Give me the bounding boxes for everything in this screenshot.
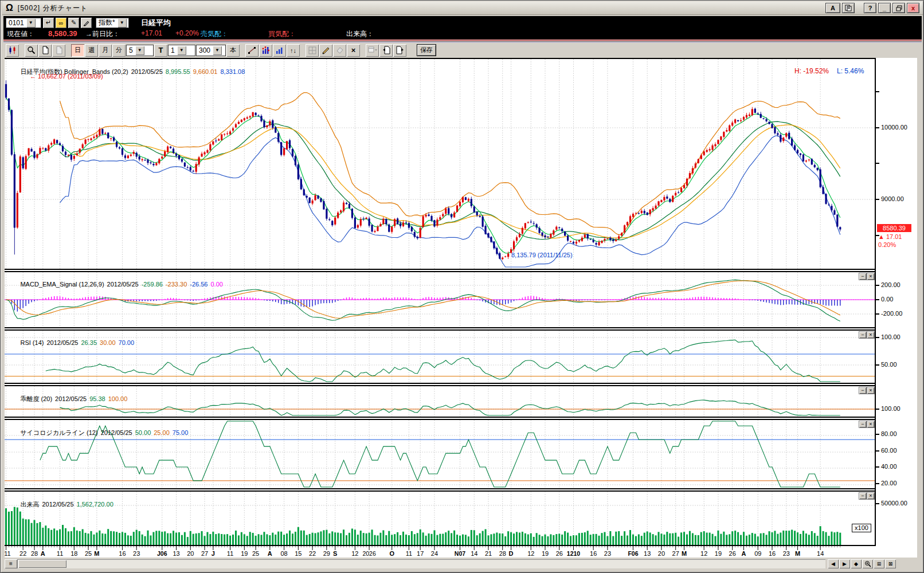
scroll-right-button[interactable]: ▶ [839, 559, 850, 568]
period-minute-button[interactable]: 分 [112, 44, 126, 57]
indicator-blue-button[interactable] [273, 44, 286, 57]
chevron-down-icon[interactable]: ▼ [177, 46, 186, 55]
pencil-icon [322, 46, 330, 54]
bar-chart-red-icon [261, 46, 270, 54]
period-daily-button[interactable]: 日 [71, 44, 84, 57]
indicator-red-button[interactable] [259, 44, 272, 57]
psy-panel-close-button[interactable]: × [867, 421, 875, 428]
price-panel[interactable]: 日経平均(指数) Bollinger_Bands (20,2)2012/05/2… [5, 58, 875, 270]
y-axis-label: 80.00 [881, 430, 897, 437]
vol-panel-minimize-button[interactable]: − [859, 492, 867, 500]
x-axis-label: 23 [133, 550, 140, 557]
symbol-code-input[interactable]: 0101▼ [6, 18, 41, 28]
x-axis-label: A [268, 550, 272, 557]
period-weekly-button[interactable]: 週 [85, 44, 98, 57]
x-axis-label: M [682, 550, 687, 557]
scroll-left-button[interactable]: ◀ [828, 559, 839, 568]
close-button[interactable]: x [907, 3, 919, 13]
volume-panel[interactable]: 出来高2012/05/251,562,720.00 x100 [5, 490, 875, 546]
bars-combo[interactable]: 300▼ [196, 45, 226, 56]
grid-layout-button[interactable] [306, 44, 319, 57]
current-price-label: 現在値： [7, 29, 34, 39]
scrollbar-thumb[interactable] [18, 560, 66, 568]
sort-updown-button[interactable]: ↑↓ [287, 44, 300, 57]
grid-expand-button[interactable]: ⊞ [874, 559, 884, 568]
page-forward-button[interactable] [393, 44, 406, 57]
chevron-down-icon[interactable]: ▼ [118, 18, 127, 28]
draw-pencil-button[interactable] [319, 44, 332, 57]
psychological-panel-label: サイコロジカルライン (12)2012/05/2550.0025.0075.00 [6, 422, 191, 444]
psy-panel-minimize-button[interactable]: − [859, 421, 867, 428]
page-back-button[interactable] [379, 44, 393, 57]
candlestick-chart-button[interactable] [6, 44, 19, 57]
type-select[interactable]: 指数*▼ [96, 18, 129, 28]
minimize-button[interactable]: _ [878, 3, 891, 13]
rsi-value: 26.35 [81, 339, 97, 346]
x-axis-label: 1210 [567, 550, 581, 557]
font-button[interactable]: A [825, 3, 840, 13]
binoculars-button[interactable]: ∞ [56, 18, 66, 28]
x-axis-label: 2026 [362, 550, 376, 557]
trendline-button[interactable] [245, 44, 259, 57]
chevron-down-icon[interactable]: ▼ [135, 46, 144, 55]
count-combo[interactable]: 1▼ [168, 45, 195, 56]
delete-drawing-button[interactable]: × [347, 44, 360, 57]
rsi-panel-minimize-button[interactable]: − [859, 331, 867, 339]
psychological-panel[interactable]: サイコロジカルライン (12)2012/05/2550.0025.0075.00 [5, 419, 875, 489]
horizontal-scrollbar[interactable] [17, 559, 825, 568]
macd-panel-close-button[interactable]: × [867, 273, 875, 280]
zoom-icon [27, 46, 36, 54]
latest-bar-button[interactable]: ◆ [851, 559, 862, 568]
kairido-panel[interactable]: 乖離度 (20)2012/05/2595.38100.00 [5, 385, 875, 418]
app-logo-icon: Ω [6, 3, 13, 13]
rsi-panel-close-button[interactable]: × [867, 331, 875, 339]
count-value: 1 [171, 46, 175, 54]
current-price-badge: 8580.39 [877, 224, 911, 232]
kairido-value: 95.38 [89, 395, 105, 402]
macd-panel[interactable]: MACD_EMA_Signal (12,26,9)2012/05/25-259.… [5, 271, 875, 328]
macd-value: -259.86 [142, 281, 163, 288]
brush-button[interactable] [81, 18, 92, 28]
zoom-button[interactable] [25, 44, 38, 57]
zoom-in-button[interactable] [862, 559, 873, 568]
vol-panel-close-button[interactable]: × [867, 492, 875, 500]
x-axis-label: 19 [241, 550, 248, 557]
indicator-name: RSI (14) [20, 339, 44, 346]
title-bar[interactable]: Ω [5002] 分析チャート A ? _ x [2, 2, 923, 15]
edit-button[interactable]: ✎ [68, 18, 79, 28]
window-select-button[interactable] [366, 44, 379, 57]
x-axis-label: 23 [604, 550, 611, 557]
y-axis-label: 0.00 [881, 296, 893, 303]
x-axis-label: 28 [31, 550, 38, 557]
indicator-date: 2012/05/25 [107, 281, 139, 288]
indicator-date: 2012/05/25 [131, 68, 163, 75]
text-tool-button[interactable]: T [154, 44, 167, 57]
rsi-panel[interactable]: RSI (14)2012/05/2526.3530.0070.00 [5, 329, 875, 384]
dev-panel-minimize-button[interactable]: − [859, 387, 867, 394]
grid-close-button[interactable]: ⊠ [885, 559, 896, 568]
enter-button[interactable]: ↵ [43, 18, 54, 28]
dev-panel-close-button[interactable]: × [867, 387, 875, 394]
interval-combo[interactable]: 5▼ [126, 45, 154, 56]
scroll-menu-button[interactable]: ≡ [5, 559, 17, 568]
eraser-button[interactable] [333, 44, 346, 57]
page-forward-icon [396, 46, 404, 54]
x-axis-label: 27 [672, 550, 679, 557]
unit-button[interactable]: 本 [226, 44, 240, 57]
copy-page-button[interactable] [52, 44, 65, 57]
help-button[interactable]: ? [864, 3, 876, 13]
chevron-down-icon[interactable]: ▼ [26, 18, 36, 28]
macd-panel-minimize-button[interactable]: − [859, 273, 867, 280]
period-monthly-button[interactable]: 月 [99, 44, 112, 57]
chevron-down-icon[interactable]: ▼ [213, 46, 222, 55]
copy-window-button[interactable] [842, 3, 855, 13]
y-axis-label: 60.00 [881, 447, 897, 454]
new-page-button[interactable] [38, 44, 52, 57]
pink-separator [3, 40, 922, 41]
x-axis-label: 21 [485, 550, 492, 557]
x-axis-label: 12 [700, 550, 707, 557]
restore-button[interactable] [892, 3, 905, 13]
x-axis-label: 08 [280, 550, 287, 557]
bar-chart-blue-icon [275, 46, 284, 54]
save-button[interactable]: 保存 [417, 44, 436, 56]
